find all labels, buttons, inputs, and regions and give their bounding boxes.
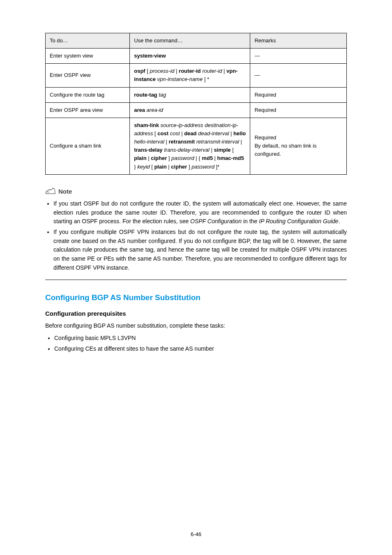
cell-todo: Enter OSPF area view	[46, 102, 130, 118]
cell-todo: Configure the route tag	[46, 87, 130, 102]
table-row: Configure a sham linksham-link source-ip…	[46, 118, 347, 174]
note-list: If you start OSPF but do not configure t…	[45, 199, 347, 273]
cell-command: route-tag tag	[130, 87, 250, 102]
cell-todo: Enter OSPF view	[46, 64, 130, 87]
cell-command: area area-id	[130, 102, 250, 118]
th-todo: To do…	[46, 33, 130, 49]
subsection-para: Before configuring BGP AS number substit…	[45, 321, 347, 331]
list-item: If you start OSPF but do not configure t…	[53, 199, 347, 226]
note-label: Note	[58, 187, 72, 196]
table-row: Configure the route tagroute-tag tagRequ…	[46, 87, 347, 102]
cell-todo: Enter system view	[46, 49, 130, 64]
th-use: Use the command…	[130, 33, 250, 49]
th-remarks: Remarks	[250, 33, 347, 49]
cell-command: ospf [ process-id | router-id router-id …	[130, 64, 250, 87]
cell-remarks: Required	[250, 102, 347, 118]
prereq-list: Configuring basic MPLS L3VPNConfiguring …	[45, 334, 347, 353]
note-divider	[45, 280, 347, 280]
cell-remarks: —	[250, 64, 347, 87]
cell-command: sham-link source-ip-address destination-…	[130, 118, 250, 174]
note-heading: Note	[45, 186, 347, 197]
list-item: Configuring CEs at different sites to ha…	[54, 345, 347, 354]
table-row: Enter OSPF viewospf [ process-id | route…	[46, 64, 347, 87]
section-title: Configuring BGP AS Number Substitution	[45, 291, 347, 303]
table-row: Enter system viewsystem-view—	[46, 49, 347, 64]
cell-remarks: —	[250, 49, 347, 64]
list-item: Configuring basic MPLS L3VPN	[54, 334, 347, 343]
table-row: Enter OSPF area viewarea area-idRequired	[46, 102, 347, 118]
page-number: 6-46	[0, 530, 392, 539]
command-table: To do… Use the command… Remarks Enter sy…	[45, 33, 347, 175]
list-item: If you configure multiple OSPF VPN insta…	[53, 228, 347, 272]
cell-todo: Configure a sham link	[46, 118, 130, 174]
cell-command: system-view	[130, 49, 250, 64]
subsection-title: Configuration prerequisites	[45, 309, 347, 318]
note-hand-icon	[45, 186, 56, 197]
cell-remarks: Required	[250, 87, 347, 102]
cell-remarks: RequiredBy default, no sham link is conf…	[250, 118, 347, 174]
